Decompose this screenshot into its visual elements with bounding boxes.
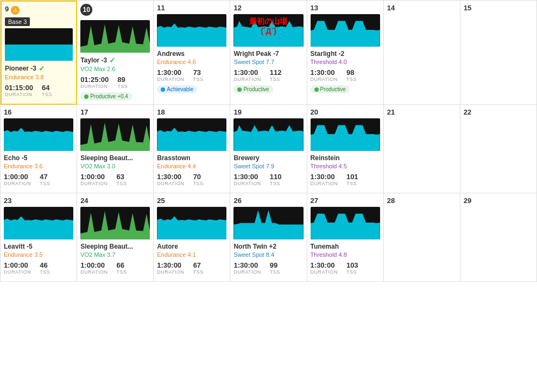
calendar-cell-9: 9 ⚠ Base 3 Pioneer -3 ✓ Endurance 3.8 01… bbox=[1, 1, 77, 105]
stats-row-18: 1:30:00 DURATION 70 TSS bbox=[157, 173, 226, 186]
tss-stat-11: 73 TSS bbox=[193, 68, 204, 82]
workout-chart-17[interactable] bbox=[80, 118, 150, 151]
stats-row-23: 1:00:00 DURATION 46 TSS bbox=[4, 261, 73, 275]
stats-row-16: 1:00:00 DURATION 47 TSS bbox=[4, 173, 73, 186]
calendar-cell-24: 24 Sleeping Beaut... VO2 Max 3.7 1:00:00… bbox=[77, 193, 154, 282]
workout-chart-20[interactable] bbox=[311, 118, 380, 151]
workout-name-18[interactable]: Brasstown bbox=[157, 154, 226, 162]
workout-name-20[interactable]: Reinstein bbox=[311, 154, 380, 162]
calendar-cell-28: 28 bbox=[384, 193, 460, 282]
day-number-20: 20 bbox=[311, 108, 318, 116]
stats-row-9: 01:15:00 DURATION 64 TSS bbox=[5, 84, 73, 97]
base-label: Base 3 bbox=[5, 17, 30, 26]
day-number-13: 13 bbox=[311, 4, 318, 12]
workout-chart-23[interactable] bbox=[4, 207, 73, 239]
workout-type-27: Threshold 4.8 bbox=[311, 251, 380, 258]
workout-type-13: Threshold 4.0 bbox=[311, 59, 380, 65]
stats-row-20: 1:30:00 DURATION 101 TSS bbox=[311, 173, 380, 186]
calendar-cell-10: 10 Taylor -3 ✓ VO2 Max 2.6 01:25:00 DURA… bbox=[77, 1, 154, 105]
calendar-cell-18: 18 Brasstown Endurance 4.4 1:30:00 DURAT… bbox=[154, 105, 230, 193]
workout-type-23: Endurance 3.5 bbox=[4, 251, 73, 258]
workout-type-17: VO2 Max 3.0 bbox=[80, 163, 150, 169]
workout-type-12: Sweet Spot 7.7 bbox=[233, 59, 303, 65]
calendar-cell-25: 25 Autore Endurance 4.1 1:30:00 DURATION… bbox=[154, 193, 230, 282]
stats-row-12: 1:30:00 DURATION 112 TSS bbox=[233, 68, 303, 82]
calendar-cell-15: 15 bbox=[460, 1, 537, 105]
workout-chart-24[interactable] bbox=[80, 207, 150, 239]
workout-chart-19[interactable] bbox=[233, 118, 303, 151]
day-number-27: 27 bbox=[311, 197, 318, 205]
day-number-19: 19 bbox=[233, 108, 241, 116]
workout-name-9[interactable]: Pioneer -3 ✓ bbox=[5, 64, 73, 73]
productive-plus-badge: Productive +0.4 bbox=[80, 92, 132, 100]
alert-icon: ⚠ bbox=[11, 6, 20, 15]
workout-name-23[interactable]: Leavitt -5 bbox=[4, 243, 73, 250]
day-number-21: 21 bbox=[387, 108, 395, 116]
calendar-cell-12: 12 最初の山場(´Д`) Wright Peak -7 Sweet Spot … bbox=[230, 1, 307, 105]
badge-dot-13 bbox=[314, 87, 319, 92]
workout-chart-27[interactable] bbox=[311, 207, 380, 239]
day-number-29: 29 bbox=[464, 197, 471, 205]
workout-type-11: Endurance 4.6 bbox=[157, 59, 226, 65]
calendar-cell-27: 27 Tunemah Threshold 4.8 1:30:00 DURATIO… bbox=[307, 193, 384, 282]
workout-type-19: Sweet Spot 7.9 bbox=[233, 163, 303, 169]
workout-chart-25[interactable] bbox=[157, 207, 226, 239]
calendar-grid: 9 ⚠ Base 3 Pioneer -3 ✓ Endurance 3.8 01… bbox=[0, 0, 537, 282]
day-number-10: 10 bbox=[80, 4, 92, 16]
achievable-badge-11: Achievable bbox=[157, 85, 197, 93]
stats-row-17: 1:00:00 DURATION 63 TSS bbox=[80, 173, 150, 186]
calendar-cell-17: 17 Sleeping Beaut... VO2 Max 3.0 1:00:00… bbox=[77, 105, 154, 193]
workout-name-12[interactable]: Wright Peak -7 bbox=[233, 50, 303, 58]
workout-chart-sweetspot-12[interactable] bbox=[233, 14, 303, 47]
day-number-22: 22 bbox=[464, 108, 471, 116]
stats-row-11: 1:30:00 DURATION 73 TSS bbox=[157, 68, 226, 82]
workout-name-25[interactable]: Autore bbox=[157, 243, 226, 250]
workout-name-17[interactable]: Sleeping Beaut... bbox=[80, 154, 150, 162]
workout-chart-26[interactable] bbox=[233, 207, 303, 239]
workout-name-24[interactable]: Sleeping Beaut... bbox=[80, 243, 150, 250]
workout-name-10[interactable]: Taylor -3 ✓ bbox=[80, 56, 150, 65]
check-icon-10: ✓ bbox=[109, 56, 116, 65]
day-number-23: 23 bbox=[4, 197, 11, 205]
calendar-cell-29: 29 bbox=[460, 193, 537, 282]
workout-chart-endurance-11[interactable] bbox=[157, 14, 226, 47]
workout-name-27[interactable]: Tunemah bbox=[311, 243, 380, 250]
tss-stat-13: 98 TSS bbox=[346, 68, 357, 82]
day-number-17: 17 bbox=[80, 108, 88, 116]
workout-chart-vo2max-10[interactable] bbox=[80, 20, 150, 53]
tss-stat-10: 89 TSS bbox=[117, 75, 128, 89]
workout-name-13[interactable]: Starlight -2 bbox=[311, 50, 380, 58]
day-number-9: 9 bbox=[5, 5, 9, 13]
workout-chart-pioneer[interactable] bbox=[5, 28, 73, 61]
workout-type-18: Endurance 4.4 bbox=[157, 163, 226, 169]
workout-name-16[interactable]: Echo -5 bbox=[4, 154, 73, 162]
badge-dot bbox=[84, 94, 89, 99]
workout-chart-threshold-13[interactable] bbox=[311, 14, 380, 47]
calendar-cell-14: 14 bbox=[384, 1, 460, 105]
calendar-cell-16: 16 Echo -5 Endurance 3.6 1:00:00 DURATIO… bbox=[1, 105, 77, 193]
duration-stat-11: 1:30:00 DURATION bbox=[157, 68, 184, 82]
workout-type-24: VO2 Max 3.7 bbox=[80, 251, 150, 258]
stats-row-26: 1:30:00 DURATION 99 TSS bbox=[233, 261, 303, 275]
calendar-cell-21: 21 bbox=[384, 105, 460, 193]
day-number-12: 12 bbox=[233, 4, 241, 12]
workout-name-19[interactable]: Brewery bbox=[233, 154, 303, 162]
workout-chart-18[interactable] bbox=[157, 118, 226, 151]
duration-stat-10: 01:25:00 DURATION bbox=[80, 75, 109, 89]
day-number-14: 14 bbox=[387, 4, 395, 12]
stats-row-10: 01:25:00 DURATION 89 TSS bbox=[80, 75, 150, 89]
calendar-cell-13: 13 Starlight -2 Threshold 4.0 1:30:00 DU… bbox=[307, 1, 384, 105]
workout-type-16: Endurance 3.6 bbox=[4, 163, 73, 169]
workout-chart-16[interactable] bbox=[4, 118, 73, 151]
workout-name-26[interactable]: North Twin +2 bbox=[233, 243, 303, 250]
stats-row-19: 1:30:00 DURATION 110 TSS bbox=[233, 173, 303, 186]
workout-name-11[interactable]: Andrews bbox=[157, 50, 226, 58]
day-number-15: 15 bbox=[464, 4, 471, 12]
workout-type-9: Endurance 3.8 bbox=[5, 74, 73, 80]
calendar-cell-23: 23 Leavitt -5 Endurance 3.5 1:00:00 DURA… bbox=[1, 193, 77, 282]
day-number-25: 25 bbox=[157, 197, 165, 205]
workout-type-26: Sweet Spot 8.4 bbox=[233, 251, 303, 258]
stats-row-13: 1:30:00 DURATION 98 TSS bbox=[311, 68, 380, 82]
badge-dot-12 bbox=[237, 87, 242, 92]
calendar-cell-26: 26 North Twin +2 Sweet Spot 8.4 1:30:00 … bbox=[230, 193, 307, 282]
